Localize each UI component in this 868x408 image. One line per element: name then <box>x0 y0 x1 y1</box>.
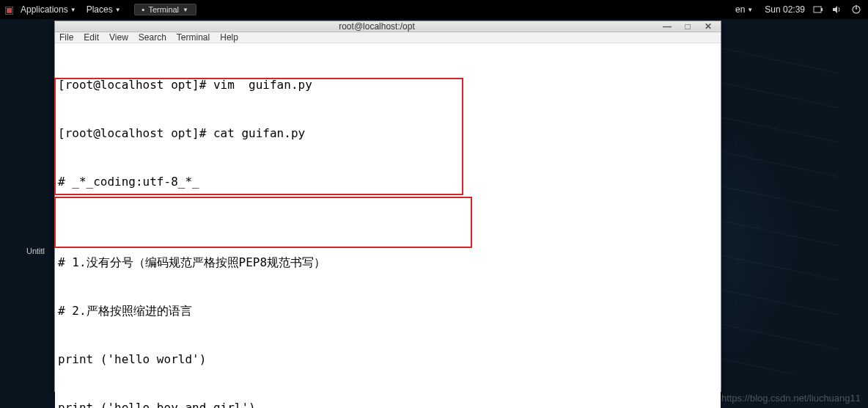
terminal-icon: ▪ <box>142 5 145 14</box>
language-indicator[interactable]: en ▼ <box>731 4 757 15</box>
window-title: root@localhost:/opt <box>99 21 655 32</box>
terminal-line: [root@localhost opt]# cat guifan.py <box>58 125 718 142</box>
clock[interactable]: Sun 02:39 <box>765 4 805 15</box>
svg-rect-1 <box>821 8 823 11</box>
menu-help[interactable]: Help <box>220 32 238 43</box>
minimize-button[interactable]: — <box>662 21 672 32</box>
chevron-down-icon: ▼ <box>183 7 188 13</box>
close-button[interactable]: ✕ <box>703 21 713 32</box>
terminal-line: [root@localhost opt]# vim guifan.py <box>58 77 718 93</box>
places-label: Places <box>87 4 113 15</box>
menu-search[interactable]: Search <box>139 32 166 43</box>
chevron-down-icon: ▼ <box>747 7 753 13</box>
annotation-box <box>54 197 472 248</box>
terminal-line: print ('hello world') <box>58 351 718 368</box>
applications-label: Applications <box>21 4 68 15</box>
maximize-button[interactable]: □ <box>683 21 693 32</box>
terminal-line: print ('hello boy and girl') <box>58 400 718 408</box>
volume-icon[interactable] <box>831 4 843 15</box>
window-titlebar[interactable]: root@localhost:/opt — □ ✕ <box>55 21 721 32</box>
terminal-line: # 1.没有分号（编码规范严格按照PEP8规范书写） <box>58 255 718 271</box>
watermark: https://blog.csdn.net/liuchuang11 <box>721 393 861 404</box>
left-dock: Untitl <box>26 26 48 255</box>
power-icon[interactable] <box>850 4 862 15</box>
terminal-content[interactable]: [root@localhost opt]# vim guifan.py [roo… <box>55 43 721 408</box>
terminal-menubar: File Edit View Search Terminal Help <box>55 32 721 43</box>
menu-terminal[interactable]: Terminal <box>177 32 210 43</box>
menu-file[interactable]: File <box>59 32 73 43</box>
terminal-line: # 2.严格按照缩进的语言 <box>58 303 718 319</box>
taskbar-terminal-button[interactable]: ▪ Terminal ▼ <box>134 4 196 15</box>
dock-untitled-label: Untitl <box>26 247 48 255</box>
taskbar-terminal-label: Terminal <box>149 5 180 14</box>
language-label: en <box>735 4 745 15</box>
menu-edit[interactable]: Edit <box>84 32 99 43</box>
places-menu[interactable]: Places ▼ <box>82 4 125 15</box>
terminal-line: # _*_coding:utf-8_*_ <box>58 174 718 190</box>
menu-view[interactable]: View <box>109 32 128 43</box>
chevron-down-icon: ▼ <box>115 7 121 13</box>
svg-rect-0 <box>814 7 821 12</box>
chevron-down-icon: ▼ <box>70 7 76 13</box>
activities-icon[interactable]: ▣ <box>3 4 15 15</box>
battery-icon[interactable] <box>812 4 824 15</box>
top-panel: ▣ Applications ▼ Places ▼ ▪ Terminal ▼ e… <box>0 0 868 19</box>
terminal-window: root@localhost:/opt — □ ✕ File Edit View… <box>54 21 721 392</box>
applications-menu[interactable]: Applications ▼ <box>16 4 81 15</box>
